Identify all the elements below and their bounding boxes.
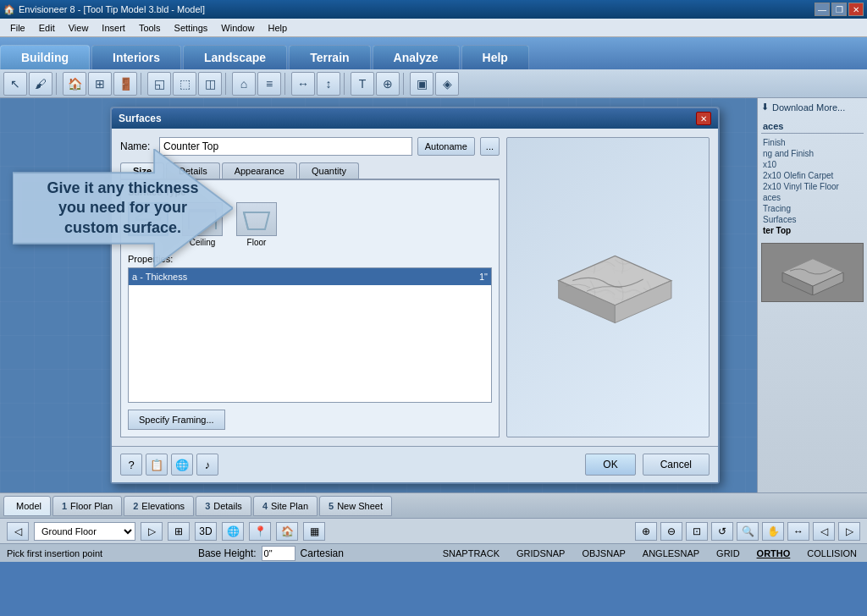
- menu-settings[interactable]: Settings: [168, 21, 215, 35]
- toolbar-sep4: [284, 73, 288, 95]
- sidebar-aces2[interactable]: aces: [761, 192, 864, 203]
- tab-help[interactable]: Help: [461, 45, 529, 69]
- sidebar-ng-finish[interactable]: ng and Finish: [761, 148, 864, 159]
- tab-site-plan[interactable]: 4 Site Plan: [253, 496, 318, 516]
- floor-view-btn[interactable]: ⊞: [168, 522, 190, 541]
- clipboard-icon-button[interactable]: 📋: [146, 454, 168, 476]
- dialog-bottom: ? 📋 🌐 ♪ OK Cancel: [112, 446, 718, 482]
- bottom-tabs: Model 1 Floor Plan 2 Elevations 3 Detail…: [0, 492, 867, 518]
- help-icon-button[interactable]: ?: [120, 454, 142, 476]
- cancel-button[interactable]: Cancel: [643, 454, 710, 476]
- minimize-button[interactable]: —: [815, 3, 830, 16]
- toolbar-window[interactable]: ⊞: [88, 72, 112, 96]
- status-grid[interactable]: GRID: [713, 548, 743, 558]
- toolbar-shape3[interactable]: ◫: [198, 72, 222, 96]
- tab-details-label: Details: [213, 501, 242, 511]
- toolbar-3d2[interactable]: ◈: [435, 72, 459, 96]
- sidebar-ter-top[interactable]: ter Top: [761, 225, 864, 236]
- prop-thickness[interactable]: a - Thickness 1": [129, 268, 491, 285]
- menu-window[interactable]: Window: [214, 21, 261, 35]
- toolbar-sym[interactable]: ⊕: [376, 72, 400, 96]
- specify-framing-button[interactable]: Specify Framing...: [128, 410, 225, 430]
- tab-floor-plan[interactable]: 1 Floor Plan: [52, 496, 122, 516]
- tab-landscape[interactable]: Landscape: [183, 45, 287, 69]
- sidebar-surfaces[interactable]: Surfaces: [761, 214, 864, 225]
- floor-pattern-btn[interactable]: ▦: [303, 522, 325, 541]
- tab-new-sheet[interactable]: 5 New Sheet: [319, 496, 392, 516]
- floor-pan[interactable]: ✋: [762, 522, 784, 541]
- maximize-button[interactable]: ❐: [831, 3, 847, 16]
- floor-selector-bar: ◁ Ground Floor Second Floor Roof ▷ ⊞ 3D …: [0, 518, 867, 543]
- autoname-button[interactable]: Autoname: [417, 137, 475, 156]
- toolbar-wall[interactable]: 🏠: [63, 72, 86, 96]
- ok-button[interactable]: OK: [585, 454, 635, 476]
- floor-3d-btn[interactable]: 3D: [195, 522, 217, 541]
- menu-insert[interactable]: Insert: [95, 21, 132, 35]
- sidebar-olefin[interactable]: 2x10 Olefin Carpet: [761, 170, 864, 181]
- title-bar-left: 🏠 Envisioneer 8 - [Tool Tip Model 3.bld …: [3, 4, 205, 15]
- globe-icon-button[interactable]: 🌐: [171, 454, 193, 476]
- toolbar-select[interactable]: ↖: [3, 72, 27, 96]
- sidebar-x10[interactable]: x10: [761, 159, 864, 170]
- tab-building[interactable]: Building: [0, 45, 90, 69]
- toolbar-shape2[interactable]: ⬚: [173, 72, 196, 96]
- floor-zoom-out[interactable]: ⊖: [660, 522, 682, 541]
- toolbar-paint[interactable]: 🖌: [29, 72, 52, 96]
- floor-pin-btn[interactable]: 📍: [249, 522, 271, 541]
- toolbar-3d1[interactable]: ▣: [410, 72, 434, 96]
- toolbar-stair[interactable]: ≡: [257, 72, 281, 96]
- toolbar-t1[interactable]: T: [351, 72, 374, 96]
- toolbar-door[interactable]: 🚪: [113, 72, 137, 96]
- toolbar-dim2[interactable]: ↕: [317, 72, 340, 96]
- sidebar-vinyl-tile[interactable]: 2x10 Vinyl Tile Floor: [761, 181, 864, 192]
- status-collision[interactable]: COLLISION: [803, 548, 860, 558]
- floor-globe-btn[interactable]: 🌐: [222, 522, 244, 541]
- title-bar-text: Envisioneer 8 - [Tool Tip Model 3.bld - …: [19, 4, 205, 14]
- base-height-input[interactable]: [262, 546, 295, 561]
- close-button[interactable]: ✕: [848, 3, 864, 16]
- tab-details[interactable]: 3 Details: [196, 496, 251, 516]
- floor-house-btn[interactable]: 🏠: [276, 522, 298, 541]
- tab-quantity[interactable]: Quantity: [299, 162, 359, 179]
- floor-zoom-reset[interactable]: ↺: [711, 522, 733, 541]
- toolbar-dim1[interactable]: ↔: [291, 72, 315, 96]
- dialog-preview: [506, 137, 710, 437]
- toolbar-shape1[interactable]: ◱: [147, 72, 171, 96]
- floor-dropdown[interactable]: Ground Floor Second Floor Roof: [34, 522, 135, 541]
- menu-help[interactable]: Help: [261, 21, 294, 35]
- tab-elevations[interactable]: 2 Elevations: [124, 496, 194, 516]
- floor-zoom-in[interactable]: ⊕: [635, 522, 657, 541]
- status-snaptrack[interactable]: SNAPTRACK: [439, 548, 503, 558]
- prop-thickness-name: a - Thickness: [132, 272, 472, 282]
- tab-analyze[interactable]: Analyze: [373, 45, 460, 69]
- music-icon-button[interactable]: ♪: [196, 454, 218, 476]
- menu-view[interactable]: View: [62, 21, 96, 35]
- floor-nav1[interactable]: ◁: [813, 522, 835, 541]
- status-gridsnap[interactable]: GRIDSNAP: [513, 548, 568, 558]
- status-objsnap[interactable]: OBJSNAP: [578, 548, 628, 558]
- floor-measure[interactable]: ↔: [787, 522, 809, 541]
- tab-terrain[interactable]: Terrain: [289, 45, 370, 69]
- sidebar-finish[interactable]: Finish: [761, 137, 864, 148]
- toolbar-roof[interactable]: ⌂: [232, 72, 256, 96]
- title-bar-controls[interactable]: — ❐ ✕: [815, 3, 864, 16]
- tab-interiors[interactable]: Interiors: [91, 45, 181, 69]
- floor-nav-prev[interactable]: ◁: [7, 522, 29, 541]
- menu-tools[interactable]: Tools: [132, 21, 168, 35]
- floor-nav2[interactable]: ▷: [838, 522, 860, 541]
- floor-search[interactable]: 🔍: [737, 522, 759, 541]
- dialog-title-bar: Surfaces ✕: [112, 108, 718, 129]
- download-more-button[interactable]: ⬇ Download More...: [761, 102, 864, 113]
- status-anglesnap[interactable]: ANGLESNAP: [639, 548, 703, 558]
- dots-button[interactable]: ...: [480, 137, 500, 156]
- menu-edit[interactable]: Edit: [32, 21, 62, 35]
- sidebar-tracing[interactable]: Tracing: [761, 203, 864, 214]
- icon-toolbar: ↖ 🖌 🏠 ⊞ 🚪 ◱ ⬚ ◫ ⌂ ≡ ↔ ↕ T ⊕ ▣ ◈: [0, 69, 867, 98]
- tab-model[interactable]: Model: [3, 496, 51, 516]
- dialog-close-button[interactable]: ✕: [696, 112, 711, 125]
- status-ortho[interactable]: ORTHO: [754, 548, 794, 558]
- floor-zoom-fit[interactable]: ⊡: [686, 522, 708, 541]
- menu-file[interactable]: File: [3, 21, 32, 35]
- floor-nav-next[interactable]: ▷: [141, 522, 163, 541]
- properties-list[interactable]: a - Thickness 1": [128, 267, 492, 403]
